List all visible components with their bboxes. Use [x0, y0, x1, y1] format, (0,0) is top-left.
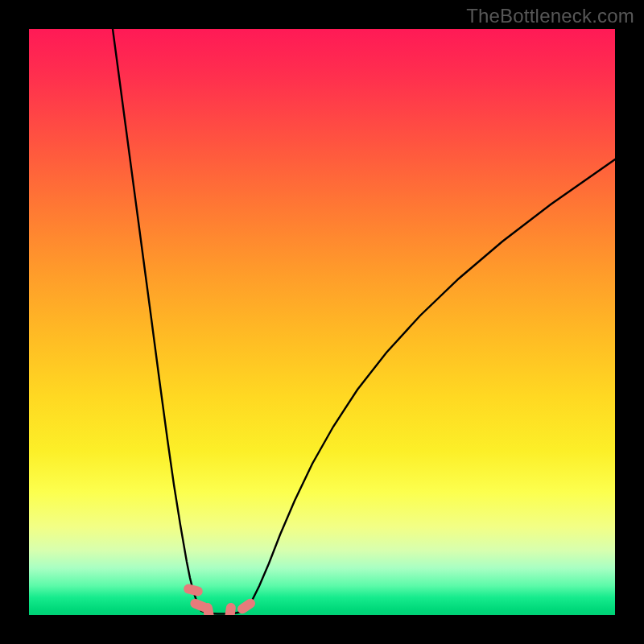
watermark-text: TheBottleneck.com — [466, 5, 634, 27]
curve-layer — [29, 29, 615, 615]
bottleneck-curve — [113, 29, 615, 614]
marker-group — [183, 583, 257, 615]
marker-valley-right — [224, 602, 236, 615]
chart-frame: TheBottleneck.com — [0, 0, 644, 644]
plot-area — [29, 29, 615, 615]
marker-left-threshold-upper — [183, 583, 204, 597]
